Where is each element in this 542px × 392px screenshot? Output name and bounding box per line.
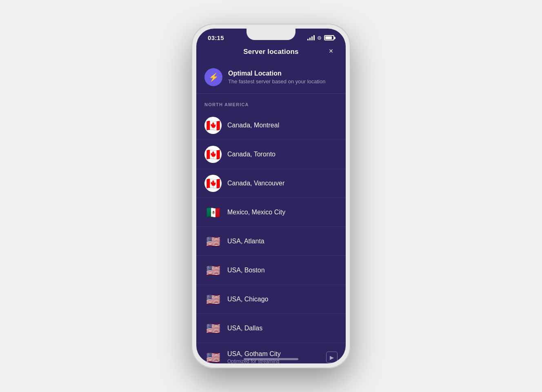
optimal-location-item[interactable]: ⚡ Optimal Location The fastest server ba… bbox=[196, 61, 346, 94]
location-name: USA, Atlanta bbox=[227, 238, 264, 245]
flag-usa-icon bbox=[204, 262, 222, 279]
streaming-badge: ▶ bbox=[326, 352, 338, 363]
location-name: Canada, Toronto bbox=[227, 151, 275, 158]
signal-icon bbox=[307, 35, 315, 40]
status-icons: ⊜ bbox=[307, 35, 334, 41]
list-item[interactable]: USA, Boston bbox=[196, 256, 346, 285]
phone-screen: 03:15 ⊜ Server locations × ⚡ bbox=[196, 29, 346, 363]
flag-mexico-icon bbox=[204, 204, 222, 221]
location-name: Canada, Montreal bbox=[227, 122, 279, 129]
flag-canada-icon bbox=[204, 146, 222, 163]
list-item[interactable]: Mexico, Mexico City bbox=[196, 198, 346, 227]
page-title: Server locations bbox=[243, 48, 298, 56]
optimal-text: Optimal Location The fastest server base… bbox=[228, 70, 325, 85]
optimal-name: Optimal Location bbox=[228, 70, 325, 77]
list-item[interactable]: Canada, Montreal bbox=[196, 111, 346, 140]
page-header: Server locations × bbox=[196, 41, 346, 61]
optimal-description: The fastest server based on your locatio… bbox=[228, 78, 325, 85]
list-item[interactable]: USA, Atlanta bbox=[196, 227, 346, 256]
flag-usa-icon bbox=[204, 233, 222, 250]
close-button[interactable]: × bbox=[324, 45, 338, 58]
location-name: USA, Chicago bbox=[227, 296, 269, 303]
flag-usa-icon bbox=[204, 349, 222, 363]
location-name: USA, Boston bbox=[227, 267, 265, 274]
optimal-icon: ⚡ bbox=[204, 68, 222, 86]
list-item[interactable]: USA, Dallas bbox=[196, 314, 346, 343]
home-indicator bbox=[244, 358, 298, 360]
status-bar: 03:15 ⊜ bbox=[196, 29, 346, 41]
flag-canada-icon bbox=[204, 117, 222, 134]
flag-canada-icon bbox=[204, 175, 222, 192]
flag-usa-icon bbox=[204, 291, 222, 308]
list-item[interactable]: Canada, Vancouver bbox=[196, 169, 346, 198]
phone-frame: 03:15 ⊜ Server locations × ⚡ bbox=[191, 24, 351, 368]
section-header-north-america: NORTH AMERICA bbox=[196, 94, 346, 111]
flag-usa-icon bbox=[204, 320, 222, 337]
location-name: USA, Dallas bbox=[227, 325, 262, 332]
list-item[interactable]: Canada, Toronto bbox=[196, 140, 346, 169]
battery-icon bbox=[324, 35, 334, 40]
list-item[interactable]: USA, Gotham City Optimized for streaming… bbox=[196, 343, 346, 363]
list-item[interactable]: USA, Chicago bbox=[196, 285, 346, 314]
content-area[interactable]: ⚡ Optimal Location The fastest server ba… bbox=[196, 61, 346, 363]
location-name: Mexico, Mexico City bbox=[227, 209, 285, 216]
wifi-icon: ⊜ bbox=[317, 35, 322, 41]
status-time: 03:15 bbox=[208, 34, 224, 41]
location-name: Canada, Vancouver bbox=[227, 180, 284, 187]
location-info: USA, Gotham City Optimized for streaming bbox=[227, 350, 281, 363]
